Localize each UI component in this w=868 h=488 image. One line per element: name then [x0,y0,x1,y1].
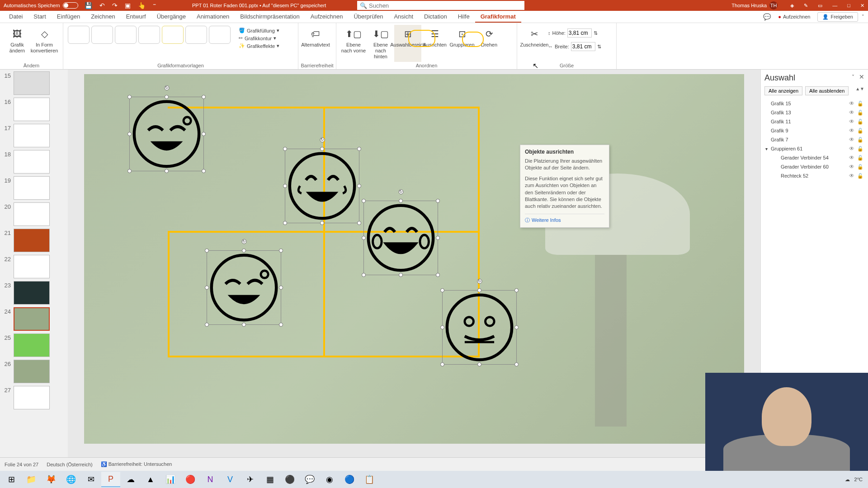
tab-uebergaenge[interactable]: Übergänge [151,11,191,23]
selection-item[interactable]: Grafik 9👁🔓 [764,126,864,135]
tab-bildschirmpraesentation[interactable]: Bildschirmpräsentation [235,11,305,23]
outlook-icon[interactable]: ✉ [81,472,100,487]
style-preset[interactable] [162,26,184,44]
lock-icon[interactable]: 🔓 [857,137,863,143]
smiley-shape[interactable] [442,290,517,365]
tab-hilfe[interactable]: Hilfe [453,11,475,23]
record-button[interactable]: ●Aufzeichnen [774,13,814,20]
touch-icon[interactable]: 👆 [138,2,146,9]
tab-dictation[interactable]: Dictation [419,11,453,23]
height-control[interactable]: ↕Höhe:⇅ [548,28,601,38]
rotate-button[interactable]: ⟳Drehen [476,25,503,62]
width-control[interactable]: ↔Breite:⇅ [548,41,601,52]
thumb-19[interactable]: 19 [2,176,66,200]
tab-datei[interactable]: Datei [4,11,28,23]
lock-icon[interactable]: 🔓 [857,164,863,170]
spinner-icon[interactable]: ⇅ [594,30,598,36]
autosave-toggle[interactable]: Automatisches Speichern [4,2,78,9]
tab-aufzeichnen[interactable]: Aufzeichnen [305,11,349,23]
resize-handle[interactable] [436,236,440,240]
width-input[interactable] [571,42,595,51]
resize-handle[interactable] [362,199,366,203]
lock-icon[interactable]: 🔓 [857,146,863,152]
resize-handle[interactable] [205,249,209,253]
app-icon[interactable]: ☁ [121,472,140,487]
search-input[interactable] [369,2,522,9]
resize-handle[interactable] [362,273,366,277]
rotate-handle[interactable] [320,137,325,142]
lock-icon[interactable]: 🔓 [857,119,863,125]
lock-icon[interactable]: 🔓 [857,110,863,116]
app-icon[interactable]: 💬 [300,472,319,487]
visibility-icon[interactable]: 👁 [849,127,854,134]
ribbon-collapse-icon[interactable]: ˅ [862,14,864,20]
slide-counter[interactable]: Folie 24 von 27 [5,462,38,467]
undo-icon[interactable]: ↶ [99,2,105,9]
graphic-effects-button[interactable]: ✨Grafikeffekte▾ [239,42,279,50]
thumb-16[interactable]: 16 [2,98,66,121]
maximize-icon[interactable]: □ [847,3,850,9]
app-icon[interactable]: 🔵 [340,472,359,487]
bring-forward-button[interactable]: ⬆▢Ebene nach vorne [340,25,367,62]
app-icon[interactable]: ▦ [260,472,279,487]
share-button[interactable]: 👤Freigeben [817,12,858,22]
hide-all-button[interactable]: Alle ausblenden [805,86,849,95]
onenote-icon[interactable]: N [201,472,220,487]
thumb-17[interactable]: 17 [2,124,66,147]
thumb-27[interactable]: 27 [2,386,66,409]
powerpoint-icon[interactable]: P [101,472,120,487]
vscode-icon[interactable]: V [221,472,240,487]
smiley-shape[interactable] [363,201,438,275]
tab-animationen[interactable]: Animationen [191,11,235,23]
obs-icon[interactable]: ⚫ [280,472,299,487]
shape-style-gallery[interactable] [67,25,239,52]
tab-einfuegen[interactable]: Einfügen [52,11,85,23]
resize-handle[interactable] [242,249,246,253]
draw-icon[interactable]: ✎ [804,3,808,9]
selection-item[interactable]: Grafik 13👁🔓 [764,108,864,117]
system-tray[interactable]: ☁ 2°C [845,477,866,483]
chrome-icon[interactable]: 🌐 [61,472,80,487]
resize-handle[interactable] [362,236,366,240]
rotate-handle[interactable] [241,239,246,244]
pane-options-icon[interactable]: ˅ [852,74,854,80]
resize-handle[interactable] [242,323,246,327]
language-indicator[interactable]: Deutsch (Österreich) [47,462,92,467]
resize-handle[interactable] [202,169,206,173]
visibility-icon[interactable]: 👁 [849,164,854,170]
convert-to-shape-button[interactable]: ◇In Form konvertieren [31,25,58,56]
app-icon[interactable]: 📊 [161,472,180,487]
lock-icon[interactable]: 🔓 [857,155,863,161]
tab-start[interactable]: Start [28,11,51,23]
resize-handle[interactable] [283,184,287,188]
visibility-icon[interactable]: 👁 [849,136,854,143]
telegram-icon[interactable]: ✈ [241,472,259,487]
expand-icon[interactable]: ▾ [765,146,771,151]
thumb-15[interactable]: 15 [2,71,66,95]
explorer-icon[interactable]: 📁 [22,472,41,487]
save-icon[interactable]: 💾 [85,2,92,9]
change-graphic-button[interactable]: 🖼Grafik ändern [4,25,31,56]
visibility-icon[interactable]: 👁 [849,145,854,152]
resize-handle[interactable] [279,249,283,253]
lock-icon[interactable]: 🔓 [857,101,863,107]
reorder-arrows[interactable]: ▲▼ [855,86,864,95]
resize-handle[interactable] [514,362,519,366]
thumb-25[interactable]: 25 [2,333,66,357]
style-preset[interactable] [185,26,207,44]
temperature[interactable]: 2°C [854,477,863,482]
alt-text-button[interactable]: 🏷Alternativtext [302,25,329,50]
accessibility-check[interactable]: ♿ Barrierefreiheit: Untersuchen [101,461,172,467]
slide-canvas[interactable]: Objekte ausrichten Die Platzierung Ihrer… [68,70,760,457]
rotate-handle[interactable] [164,85,169,90]
visibility-icon[interactable]: 👁 [849,100,854,107]
selection-item[interactable]: ▾Gruppieren 61👁🔓 [764,144,864,153]
group-button[interactable]: ⊡Gruppieren [448,25,476,62]
resize-handle[interactable] [357,221,361,225]
selection-pane-button[interactable]: ⊞Auswahlbereich [394,25,421,62]
style-preset[interactable] [115,26,137,44]
selection-item[interactable]: Grafik 7👁🔓 [764,135,864,144]
resize-handle[interactable] [202,132,206,136]
resize-handle[interactable] [477,362,481,366]
selection-item[interactable]: Gerader Verbinder 54👁🔓 [764,153,864,162]
